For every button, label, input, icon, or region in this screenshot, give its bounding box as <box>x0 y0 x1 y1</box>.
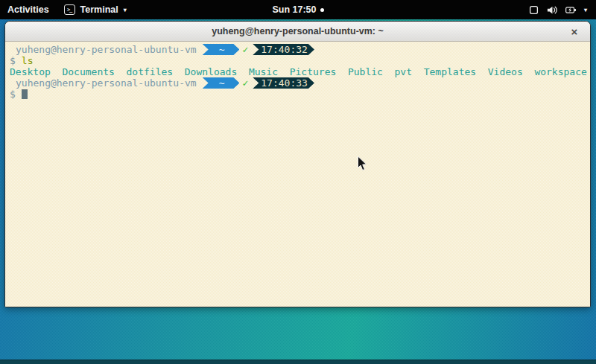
terminal-body[interactable]: yuheng@henry-personal-ubuntu-vm ~ ✓ 17:4… <box>5 42 590 307</box>
prompt-path-segment: ~ <box>203 44 240 55</box>
top-bar: Activities >_ Terminal ▾ Sun 17:50 <box>0 0 596 19</box>
clock-label: Sun 17:50 <box>272 4 316 15</box>
prompt-path-segment: ~ <box>203 77 240 89</box>
terminal-window: yuheng@henry-personal-ubuntu-vm: ~ × yuh… <box>4 21 591 307</box>
directory-item: Videos <box>488 66 523 77</box>
prompt-user-host: yuheng@henry-personal-ubuntu-vm <box>16 44 203 55</box>
directory-item: Pictures <box>290 66 337 77</box>
prompt-time: 17:40:33 <box>261 77 308 89</box>
prompt-time: 17:40:32 <box>261 44 308 55</box>
command-line: $ <box>8 89 589 100</box>
window-titlebar[interactable]: yuheng@henry-personal-ubuntu-vm: ~ × <box>5 22 590 42</box>
volume-icon <box>546 4 558 16</box>
prompt-line: yuheng@henry-personal-ubuntu-vm ~ ✓ 17:4… <box>8 44 589 55</box>
activities-button[interactable]: Activities <box>0 0 57 19</box>
app-menu-label: Terminal <box>80 4 118 15</box>
directory-item: pvt <box>395 66 412 77</box>
prompt-path: ~ <box>219 44 225 55</box>
app-menu-button[interactable]: >_ Terminal ▾ <box>57 0 134 19</box>
ls-output: Desktop Documents dotfiles Downloads Mus… <box>8 66 589 77</box>
chevron-down-icon: ▾ <box>124 7 127 13</box>
prompt-char: $ <box>10 89 16 100</box>
chevron-down-icon: ▾ <box>584 7 587 13</box>
system-menu-button[interactable]: ▾ <box>519 0 596 19</box>
prompt-user-host: yuheng@henry-personal-ubuntu-vm <box>16 77 203 89</box>
directory-item: Templates <box>424 66 476 77</box>
directory-item: Music <box>249 66 278 77</box>
directory-item: Public <box>348 66 383 77</box>
directory-item: workspace <box>534 66 586 77</box>
screen-icon <box>528 4 539 16</box>
close-button[interactable]: × <box>565 22 584 41</box>
directory-item: Desktop <box>10 66 51 77</box>
directory-item: Documents <box>62 66 114 77</box>
top-bar-right: ▾ <box>519 0 596 19</box>
screen: Activities >_ Terminal ▾ Sun 17:50 <box>0 0 596 364</box>
command-line: $ ls <box>8 55 589 66</box>
check-icon: ✓ <box>242 44 248 55</box>
check-icon: ✓ <box>242 77 248 89</box>
desktop-bottom-strip <box>0 360 596 364</box>
battery-icon <box>565 4 577 16</box>
terminal-cursor <box>22 89 28 99</box>
prompt-path: ~ <box>219 77 225 89</box>
prompt-char: $ <box>10 55 16 66</box>
terminal-icon: >_ <box>64 4 75 15</box>
top-bar-left: Activities >_ Terminal ▾ <box>0 0 134 19</box>
prompt-time-segment: 17:40:33 <box>253 77 314 89</box>
window-title: yuheng@henry-personal-ubuntu-vm: ~ <box>212 26 384 36</box>
desktop-background: yuheng@henry-personal-ubuntu-vm: ~ × yuh… <box>0 19 596 364</box>
prompt-time-segment: 17:40:32 <box>253 44 314 55</box>
prompt-line: yuheng@henry-personal-ubuntu-vm ~ ✓ 17:4… <box>8 77 589 89</box>
notification-dot-icon <box>320 8 324 12</box>
directory-item: Downloads <box>185 66 237 77</box>
command-text: ls <box>22 55 34 66</box>
directory-item: dotfiles <box>127 66 174 77</box>
clock-button[interactable]: Sun 17:50 <box>264 0 331 19</box>
